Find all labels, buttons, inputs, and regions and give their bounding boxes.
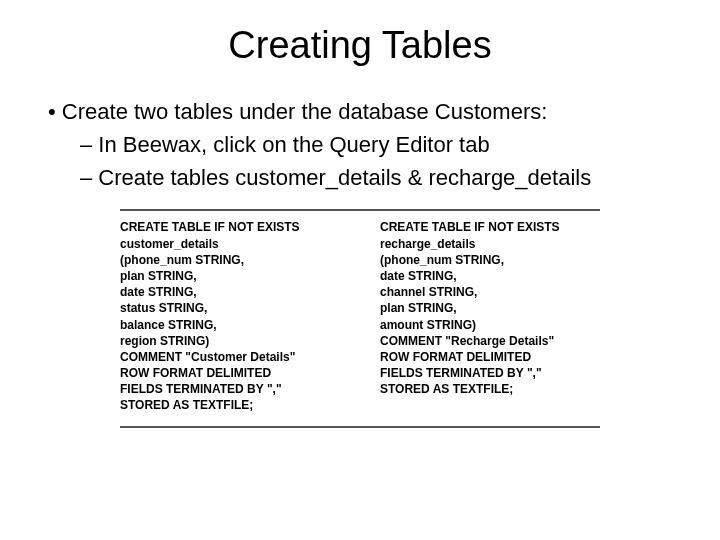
code-line: (phone_num STRING,: [120, 252, 340, 268]
code-line: region STRING): [120, 333, 340, 349]
code-line: STORED AS TEXTFILE;: [380, 381, 600, 397]
code-line: FIELDS TERMINATED BY ",": [380, 365, 600, 381]
slide-title: Creating Tables: [36, 24, 684, 67]
code-line: date STRING,: [120, 284, 340, 300]
bullet-level2: In Beewax, click on the Query Editor tab: [80, 130, 684, 161]
code-line: ROW FORMAT DELIMITED: [380, 349, 600, 365]
code-line: recharge_details: [380, 236, 600, 252]
bullet-level1: Create two tables under the database Cus…: [48, 97, 684, 128]
code-line: CREATE TABLE IF NOT EXISTS: [120, 219, 340, 235]
code-line: (phone_num STRING,: [380, 252, 600, 268]
code-line: customer_details: [120, 236, 340, 252]
code-block-right: CREATE TABLE IF NOT EXISTSrecharge_detai…: [380, 219, 600, 413]
code-line: plan STRING,: [380, 300, 600, 316]
code-line: balance STRING,: [120, 317, 340, 333]
code-block-left: CREATE TABLE IF NOT EXISTScustomer_detai…: [120, 219, 340, 413]
code-line: CREATE TABLE IF NOT EXISTS: [380, 219, 600, 235]
code-line: COMMENT "Customer Details": [120, 349, 340, 365]
code-block-container: CREATE TABLE IF NOT EXISTScustomer_detai…: [120, 209, 600, 427]
code-line: plan STRING,: [120, 268, 340, 284]
code-line: status STRING,: [120, 300, 340, 316]
code-line: amount STRING): [380, 317, 600, 333]
code-line: STORED AS TEXTFILE;: [120, 397, 340, 413]
code-line: FIELDS TERMINATED BY ",": [120, 381, 340, 397]
code-line: COMMENT "Recharge Details": [380, 333, 600, 349]
code-line: date STRING,: [380, 268, 600, 284]
code-line: ROW FORMAT DELIMITED: [120, 365, 340, 381]
bullet-level2: Create tables customer_details & recharg…: [80, 163, 684, 194]
code-line: channel STRING,: [380, 284, 600, 300]
bullet-list: Create two tables under the database Cus…: [48, 97, 684, 193]
